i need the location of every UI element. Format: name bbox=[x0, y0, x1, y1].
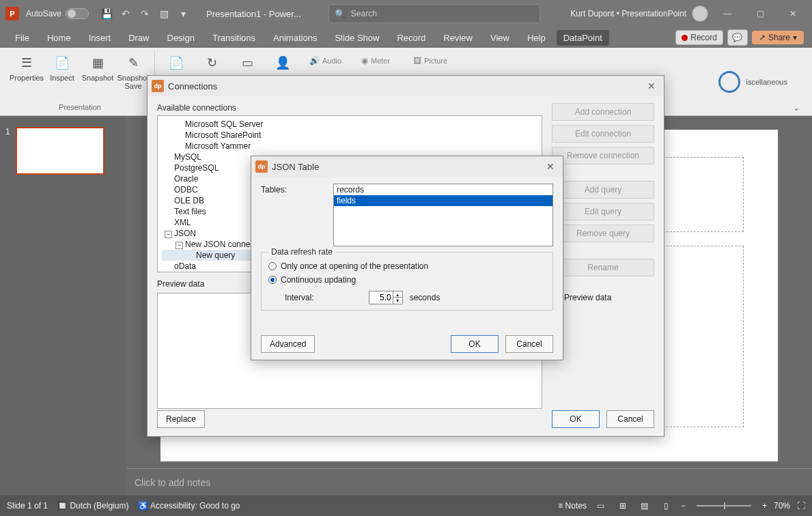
ribbon-btn-b[interactable]: ↻ bbox=[195, 51, 229, 75]
snapshot-save-button[interactable]: ✎Snapshot Save bbox=[116, 51, 150, 93]
save-icon[interactable]: 💾 bbox=[97, 4, 116, 23]
advanced-button[interactable]: Advanced bbox=[261, 335, 315, 353]
tree-item-mssp[interactable]: Microsoft SharePoint bbox=[162, 130, 537, 141]
connections-close-button[interactable]: ✕ bbox=[643, 78, 660, 94]
tree-item-mssql[interactable]: Microsoft SQL Server bbox=[162, 119, 537, 130]
zoom-level[interactable]: 70% bbox=[774, 501, 790, 511]
collapse-icon[interactable]: − bbox=[176, 242, 183, 249]
group-name-presentation: Presentation bbox=[10, 103, 150, 113]
collapse-icon[interactable]: − bbox=[165, 231, 172, 238]
search-input[interactable]: 🔍 Search bbox=[328, 4, 540, 23]
snapshot-button[interactable]: ▦Snapshot bbox=[81, 51, 115, 93]
notes-pane[interactable]: Click to add notes bbox=[126, 468, 812, 496]
radio-off-icon bbox=[268, 262, 277, 270]
edit-connection-button[interactable]: Edit connection bbox=[552, 125, 654, 143]
record-label: Record bbox=[690, 33, 717, 42]
dp-icon: dp bbox=[255, 160, 268, 173]
radio-once[interactable]: Only once at opening of the presentation bbox=[268, 259, 546, 273]
interval-spinner[interactable]: ▲▼ bbox=[369, 291, 403, 304]
picture-button[interactable]: 🖼Picture bbox=[410, 53, 460, 68]
share-label: Share bbox=[768, 33, 790, 42]
comments-button[interactable]: 💬 bbox=[727, 29, 748, 46]
tab-slideshow[interactable]: Slide Show bbox=[328, 30, 386, 46]
snapshot-icon: ▦ bbox=[88, 53, 107, 72]
table-item-records[interactable]: records bbox=[334, 184, 552, 195]
ribbon-btn-d[interactable]: 👤 bbox=[266, 51, 300, 75]
ribbon-collapse-icon[interactable]: ⌄ bbox=[793, 103, 800, 113]
connections-ok-button[interactable]: OK bbox=[552, 410, 600, 428]
table-item-fields[interactable]: fields bbox=[334, 195, 552, 206]
json-ok-button[interactable]: OK bbox=[451, 335, 499, 353]
zoom-out-button[interactable]: − bbox=[681, 501, 686, 511]
fit-button[interactable]: ⛶ bbox=[797, 501, 805, 511]
tables-listbox[interactable]: records fields bbox=[333, 184, 553, 246]
properties-button[interactable]: ☰Properties bbox=[10, 51, 44, 93]
picture-label: Picture bbox=[424, 57, 447, 65]
status-slide: Slide 1 of 1 bbox=[7, 501, 48, 511]
spin-up-icon[interactable]: ▲ bbox=[393, 291, 402, 298]
properties-icon: ☰ bbox=[17, 53, 36, 72]
radio-continuous[interactable]: Continuous updating bbox=[268, 273, 546, 287]
slideshow-view-icon[interactable]: ▯ bbox=[659, 500, 674, 512]
circle-icon[interactable] bbox=[718, 71, 740, 93]
close-button[interactable]: ✕ bbox=[779, 3, 807, 24]
tab-record[interactable]: Record bbox=[390, 30, 432, 46]
tab-review[interactable]: Review bbox=[436, 30, 479, 46]
share-button[interactable]: ↗Share▾ bbox=[752, 31, 804, 44]
normal-view-icon[interactable]: ▭ bbox=[593, 500, 608, 512]
ribbon-group-presentation: ☰Properties 📄Inspect ▦Snapshot ✎Snapshot… bbox=[5, 51, 155, 113]
sorter-view-icon[interactable]: ⊞ bbox=[615, 500, 630, 512]
add-connection-button[interactable]: Add connection bbox=[552, 103, 654, 121]
snapshot-save-icon: ✎ bbox=[124, 53, 143, 72]
tab-home[interactable]: Home bbox=[40, 30, 78, 46]
connections-cancel-button[interactable]: Cancel bbox=[606, 410, 654, 428]
meter-button[interactable]: ◉Meter bbox=[359, 53, 408, 68]
notes-button[interactable]: ≡ Notes bbox=[558, 501, 587, 511]
snapshot-save-label: Snapshot Save bbox=[117, 74, 149, 90]
tab-design[interactable]: Design bbox=[160, 30, 201, 46]
replace-button[interactable]: Replace bbox=[157, 410, 205, 428]
tab-view[interactable]: View bbox=[484, 30, 516, 46]
redo-icon[interactable]: ↷ bbox=[135, 4, 154, 23]
remove-query-button[interactable]: Remove query bbox=[552, 225, 654, 242]
add-query-button[interactable]: Add query bbox=[552, 181, 654, 199]
remove-connection-button[interactable]: Remove connection bbox=[552, 147, 654, 164]
radio-on-icon bbox=[268, 276, 277, 284]
reading-view-icon[interactable]: ▤ bbox=[637, 500, 652, 512]
accessibility-button[interactable]: ♿ Accessibility: Good to go bbox=[138, 501, 240, 511]
qat-dropdown-icon[interactable]: ▾ bbox=[173, 4, 193, 23]
tab-insert[interactable]: Insert bbox=[82, 30, 118, 46]
language-button[interactable]: 🔲 Dutch (Belgium) bbox=[57, 501, 128, 511]
undo-icon[interactable]: ↶ bbox=[116, 4, 135, 23]
tab-file[interactable]: File bbox=[8, 30, 36, 46]
zoom-in-button[interactable]: + bbox=[762, 501, 767, 511]
tab-help[interactable]: Help bbox=[520, 30, 552, 46]
inspect-icon: 📄 bbox=[53, 53, 72, 72]
avatar[interactable] bbox=[692, 5, 708, 22]
slide-thumbnail-1[interactable] bbox=[16, 127, 104, 175]
ribbon-btn-c[interactable]: ▭ bbox=[230, 51, 264, 75]
spin-down-icon[interactable]: ▼ bbox=[393, 298, 402, 304]
dp-icon: dp bbox=[152, 80, 164, 92]
tab-datapoint[interactable]: DataPoint bbox=[557, 30, 609, 46]
edit-query-button[interactable]: Edit query bbox=[552, 203, 654, 220]
maximize-button[interactable]: ▢ bbox=[746, 3, 774, 24]
present-icon[interactable]: ▧ bbox=[154, 4, 173, 23]
json-close-button[interactable]: ✕ bbox=[542, 158, 559, 175]
ribbon-tabs: File Home Insert Draw Design Transitions… bbox=[0, 27, 812, 48]
interval-input[interactable] bbox=[369, 293, 393, 302]
tab-animations[interactable]: Animations bbox=[266, 30, 324, 46]
json-cancel-button[interactable]: Cancel bbox=[505, 335, 553, 353]
tree-item-msy[interactable]: Microsoft Yammer bbox=[162, 141, 537, 152]
tab-transitions[interactable]: Transitions bbox=[206, 30, 262, 46]
inspect-button[interactable]: 📄Inspect bbox=[45, 51, 79, 93]
tab-draw[interactable]: Draw bbox=[122, 30, 156, 46]
minimize-button[interactable]: ― bbox=[714, 3, 741, 24]
snapshot-label: Snapshot bbox=[82, 74, 113, 82]
record-button[interactable]: Record bbox=[675, 30, 723, 45]
audio-button[interactable]: 🔊Audio bbox=[307, 53, 356, 68]
zoom-slider[interactable] bbox=[697, 505, 751, 506]
rename-button[interactable]: Rename bbox=[552, 259, 654, 276]
autosave-toggle[interactable] bbox=[66, 8, 89, 19]
ribbon-btn-a[interactable]: 📄 bbox=[159, 51, 193, 75]
